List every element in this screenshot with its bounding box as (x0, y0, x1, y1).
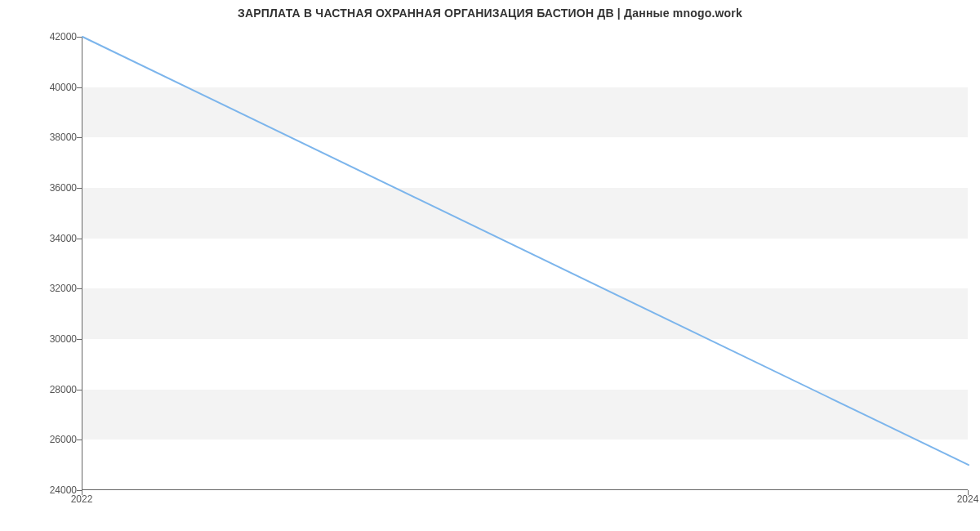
y-tick-mark (77, 440, 82, 440)
y-tick-mark (77, 390, 82, 390)
y-tick-mark (77, 188, 82, 189)
y-tick-mark (77, 339, 82, 340)
x-tick-label: 2022 (71, 493, 93, 505)
y-tick-label: 42000 (11, 31, 77, 42)
y-tick-label: 40000 (11, 82, 77, 93)
y-tick-label: 26000 (11, 434, 77, 445)
y-tick-mark (77, 288, 82, 289)
chart-title: ЗАРПЛАТА В ЧАСТНАЯ ОХРАННАЯ ОРГАНИЗАЦИЯ … (0, 7, 980, 20)
x-tick-mark (968, 490, 969, 495)
series-line (82, 37, 969, 465)
y-tick-mark (77, 87, 82, 88)
x-tick-label: 2024 (957, 493, 979, 505)
y-tick-label: 30000 (11, 333, 77, 345)
y-tick-label: 36000 (11, 182, 77, 194)
line-layer (82, 37, 968, 489)
y-tick-label: 32000 (11, 283, 77, 294)
y-tick-label: 24000 (11, 484, 77, 496)
x-tick-mark (82, 490, 82, 495)
y-tick-label: 34000 (11, 233, 77, 244)
y-tick-mark (77, 239, 82, 239)
chart-container: ЗАРПЛАТА В ЧАСТНАЯ ОХРАННАЯ ОРГАНИЗАЦИЯ … (0, 0, 980, 531)
y-tick-label: 28000 (11, 384, 77, 395)
y-tick-mark (77, 137, 82, 138)
y-tick-label: 38000 (11, 132, 77, 143)
plot-area (82, 37, 968, 490)
y-tick-mark (77, 37, 82, 38)
